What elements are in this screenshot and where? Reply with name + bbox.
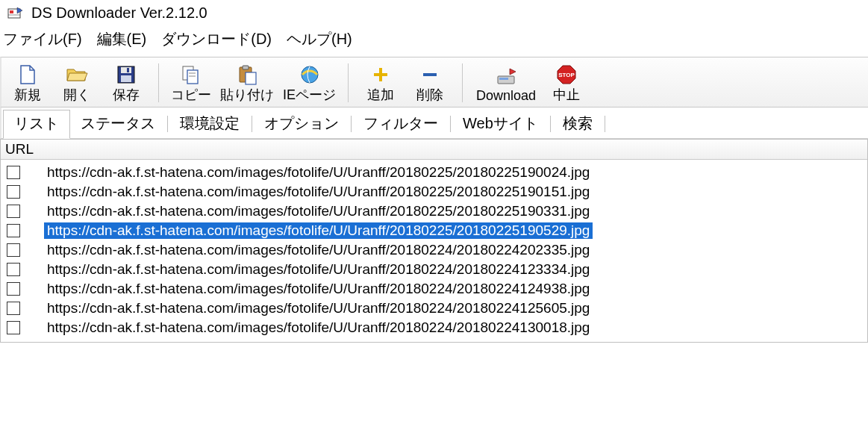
row-checkbox[interactable] xyxy=(7,205,20,218)
row-url: https://cdn-ak.f.st-hatena.com/images/fo… xyxy=(44,319,593,336)
tab-separator xyxy=(450,116,451,132)
toolbar-add-label: 追加 xyxy=(367,86,394,104)
toolbar: 新規 開く 保存 xyxy=(0,57,868,107)
row-checkbox[interactable] xyxy=(7,302,20,315)
menu-help[interactable]: ヘルプ(H) xyxy=(287,29,352,49)
stop-icon: STOP xyxy=(556,63,577,86)
row-url: https://cdn-ak.f.st-hatena.com/images/fo… xyxy=(44,300,593,317)
toolbar-stop[interactable]: STOP 中止 xyxy=(542,60,591,105)
toolbar-iepage-label: IEページ xyxy=(283,86,336,104)
plus-icon xyxy=(372,63,390,86)
tab-filter[interactable]: フィルター xyxy=(353,110,449,138)
tab-separator xyxy=(351,116,352,132)
menubar: ファイル(F) 編集(E) ダウンロード(D) ヘルプ(H) xyxy=(0,25,868,57)
tab-separator xyxy=(167,116,168,132)
tab-search[interactable]: 検索 xyxy=(552,110,603,138)
list-row[interactable]: https://cdn-ak.f.st-hatena.com/images/fo… xyxy=(1,279,867,299)
list-row[interactable]: https://cdn-ak.f.st-hatena.com/images/fo… xyxy=(1,182,867,202)
svg-rect-16 xyxy=(374,73,387,76)
row-checkbox-wrap xyxy=(7,243,44,257)
titlebar: DS Downloader Ver.2.12.0 xyxy=(0,0,868,25)
row-checkbox[interactable] xyxy=(7,185,20,199)
svg-rect-17 xyxy=(423,73,437,76)
toolbar-download[interactable]: Download xyxy=(470,60,542,105)
row-checkbox[interactable] xyxy=(7,263,20,276)
new-file-icon xyxy=(19,63,37,86)
row-checkbox[interactable] xyxy=(7,224,20,237)
menu-file[interactable]: ファイル(F) xyxy=(3,29,82,49)
toolbar-iepage[interactable]: IEページ xyxy=(278,60,340,105)
toolbar-separator xyxy=(348,63,349,102)
row-checkbox[interactable] xyxy=(7,321,20,334)
list-column-header-url[interactable]: URL xyxy=(1,140,867,160)
tab-status[interactable]: ステータス xyxy=(70,110,166,138)
toolbar-new-label: 新規 xyxy=(14,86,41,104)
toolbar-copy-label: コピー xyxy=(171,86,211,104)
svg-rect-5 xyxy=(127,68,129,72)
tabstrip: リスト ステータス 環境設定 オプション フィルター Webサイト 検索 xyxy=(0,107,868,139)
list-row[interactable]: https://cdn-ak.f.st-hatena.com/images/fo… xyxy=(1,260,867,279)
toolbar-paste-label: 貼り付け xyxy=(220,86,274,104)
toolbar-new[interactable]: 新規 xyxy=(3,60,52,105)
row-url: https://cdn-ak.f.st-hatena.com/images/fo… xyxy=(44,184,593,200)
list-row[interactable]: https://cdn-ak.f.st-hatena.com/images/fo… xyxy=(1,202,867,221)
list-row[interactable]: https://cdn-ak.f.st-hatena.com/images/fo… xyxy=(1,163,867,182)
tab-separator xyxy=(252,116,252,132)
row-checkbox-wrap xyxy=(7,302,44,315)
list-row[interactable]: https://cdn-ak.f.st-hatena.com/images/fo… xyxy=(1,240,867,260)
toolbar-paste[interactable]: 貼り付け xyxy=(216,60,278,105)
svg-point-14 xyxy=(302,66,318,83)
tab-separator xyxy=(550,116,551,132)
row-url: https://cdn-ak.f.st-hatena.com/images/fo… xyxy=(44,242,593,258)
row-checkbox[interactable] xyxy=(7,166,20,179)
toolbar-separator xyxy=(462,63,463,102)
tab-options[interactable]: オプション xyxy=(254,110,349,138)
svg-rect-1 xyxy=(10,10,13,13)
toolbar-save-label: 保存 xyxy=(113,86,140,104)
toolbar-separator xyxy=(158,63,159,102)
svg-rect-6 xyxy=(121,75,131,82)
svg-rect-13 xyxy=(246,72,256,84)
menu-download[interactable]: ダウンロード(D) xyxy=(161,29,272,49)
ie-icon xyxy=(299,63,320,86)
toolbar-add[interactable]: 追加 xyxy=(356,60,405,105)
tab-env[interactable]: 環境設定 xyxy=(169,110,250,138)
copy-icon xyxy=(181,63,202,86)
toolbar-stop-label: 中止 xyxy=(553,86,580,104)
minus-icon xyxy=(421,63,439,86)
row-checkbox[interactable] xyxy=(7,243,20,257)
row-checkbox-wrap xyxy=(7,185,44,199)
row-url: https://cdn-ak.f.st-hatena.com/images/fo… xyxy=(44,261,593,278)
row-checkbox-wrap xyxy=(7,166,44,179)
row-checkbox-wrap xyxy=(7,224,44,237)
list-body: https://cdn-ak.f.st-hatena.com/images/fo… xyxy=(1,160,867,342)
row-url: https://cdn-ak.f.st-hatena.com/images/fo… xyxy=(44,222,593,239)
toolbar-copy[interactable]: コピー xyxy=(166,60,216,105)
save-disk-icon xyxy=(116,63,136,86)
row-checkbox[interactable] xyxy=(7,282,20,296)
tab-list[interactable]: リスト xyxy=(3,110,70,139)
window-title: DS Downloader Ver.2.12.0 xyxy=(31,4,207,22)
paste-icon xyxy=(237,63,257,86)
toolbar-save[interactable]: 保存 xyxy=(102,60,151,105)
svg-rect-8 xyxy=(187,70,198,84)
svg-rect-12 xyxy=(243,66,249,69)
toolbar-delete-label: 削除 xyxy=(416,86,443,104)
row-url: https://cdn-ak.f.st-hatena.com/images/fo… xyxy=(44,164,593,181)
list-panel: URL https://cdn-ak.f.st-hatena.com/image… xyxy=(0,139,868,343)
list-row[interactable]: https://cdn-ak.f.st-hatena.com/images/fo… xyxy=(1,299,867,318)
tab-separator xyxy=(605,116,605,132)
menu-edit[interactable]: 編集(E) xyxy=(97,29,147,49)
svg-rect-4 xyxy=(121,67,131,73)
list-row[interactable]: https://cdn-ak.f.st-hatena.com/images/fo… xyxy=(1,318,867,337)
row-url: https://cdn-ak.f.st-hatena.com/images/fo… xyxy=(44,281,593,297)
toolbar-open[interactable]: 開く xyxy=(52,60,102,105)
list-row[interactable]: https://cdn-ak.f.st-hatena.com/images/fo… xyxy=(1,221,867,240)
toolbar-delete[interactable]: 削除 xyxy=(405,60,455,105)
row-url: https://cdn-ak.f.st-hatena.com/images/fo… xyxy=(44,203,593,219)
tab-website[interactable]: Webサイト xyxy=(452,110,549,138)
row-checkbox-wrap xyxy=(7,205,44,218)
svg-text:STOP: STOP xyxy=(558,72,575,78)
toolbar-download-label: Download xyxy=(476,88,536,104)
app-icon xyxy=(7,6,24,21)
